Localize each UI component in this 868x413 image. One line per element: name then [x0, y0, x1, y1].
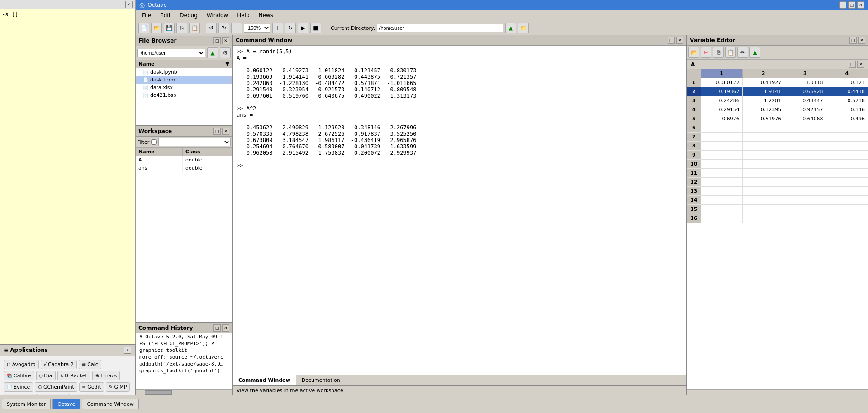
- history-hscroll[interactable]: [136, 389, 232, 395]
- path-select[interactable]: /home/user: [137, 49, 205, 57]
- ve-cell[interactable]: -0.41927: [742, 78, 784, 87]
- ve-cell[interactable]: [826, 178, 868, 187]
- file-item[interactable]: 📄dask.term: [136, 76, 232, 84]
- ve-cell[interactable]: [784, 187, 826, 196]
- history-item[interactable]: more off; source ~/.octaverc: [136, 354, 232, 361]
- ve-cell[interactable]: [826, 214, 868, 223]
- file-item[interactable]: 📄data.xlsx: [136, 84, 232, 91]
- ve-cell[interactable]: [826, 169, 868, 178]
- ve-cell[interactable]: [826, 123, 868, 133]
- ve-cell[interactable]: [784, 151, 826, 160]
- terminal-close-btn[interactable]: ✕: [125, 1, 133, 8]
- ve-row[interactable]: 16: [687, 214, 868, 223]
- ve-cell[interactable]: [701, 123, 742, 133]
- ve-cell[interactable]: [742, 205, 784, 214]
- cmd-window-float-btn[interactable]: □: [668, 37, 675, 44]
- ve-cell[interactable]: [701, 214, 742, 223]
- ve-cut-btn[interactable]: ✂: [701, 47, 711, 58]
- app-item-gchempaint[interactable]: ⬡GChemPaint: [35, 382, 77, 392]
- workspace-close-btn[interactable]: ✕: [222, 128, 229, 135]
- workspace-filter-select[interactable]: [158, 138, 231, 146]
- ve-open-btn[interactable]: 📂: [688, 47, 699, 58]
- ve-cell[interactable]: -0.19367: [701, 87, 742, 96]
- ve-cell[interactable]: -0.32395: [742, 105, 784, 114]
- app-item-emacs[interactable]: ⊕Emacs: [92, 371, 120, 380]
- ve-row[interactable]: 10: [687, 160, 868, 169]
- zoom-select[interactable]: 150%: [244, 24, 270, 33]
- ve-cell[interactable]: [784, 123, 826, 133]
- ve-cell[interactable]: [784, 133, 826, 142]
- history-item[interactable]: graphics_toolkit('gnuplot'): [136, 367, 232, 374]
- app-item-evince[interactable]: 📄Evince: [4, 382, 33, 392]
- ve-cell[interactable]: [701, 187, 742, 196]
- ve-cell[interactable]: -1.2281: [742, 96, 784, 105]
- menu-item-debug[interactable]: Debug: [175, 11, 202, 20]
- ve-cell[interactable]: [784, 214, 826, 223]
- ve-cell[interactable]: [701, 178, 742, 187]
- menu-item-file[interactable]: File: [138, 11, 156, 20]
- ve-paste-btn[interactable]: 📋: [725, 47, 736, 58]
- ve-row[interactable]: 5-0.6976-0.51976-0.64068-0.496: [687, 114, 868, 123]
- ve-cell[interactable]: [701, 133, 742, 142]
- workspace-float-btn[interactable]: □: [213, 128, 221, 135]
- zoom-out-btn[interactable]: –: [231, 23, 242, 33]
- ve-cell[interactable]: [742, 214, 784, 223]
- ve-cell[interactable]: 0.4438: [826, 87, 868, 96]
- fb-up-btn[interactable]: ▲: [207, 47, 218, 58]
- app-item-gimp[interactable]: ✎GIMP: [106, 382, 130, 392]
- ve-edit-btn[interactable]: ✏: [737, 47, 748, 58]
- file-item[interactable]: 📄dask.ipynb: [136, 68, 232, 76]
- ve-cell[interactable]: [784, 196, 826, 205]
- ve-hscroll[interactable]: [687, 389, 868, 395]
- ve-cell[interactable]: -0.48447: [784, 96, 826, 105]
- current-dir-input[interactable]: [377, 24, 503, 32]
- new-file-btn[interactable]: 📄: [138, 23, 149, 33]
- cmd-tab-command-window[interactable]: Command Window: [233, 375, 296, 385]
- octave-minimize-btn[interactable]: –: [839, 1, 846, 9]
- ve-cell[interactable]: [784, 160, 826, 169]
- ws-row[interactable]: ansdouble: [136, 164, 232, 172]
- ve-cell[interactable]: -0.146: [826, 105, 868, 114]
- ve-row[interactable]: 11: [687, 169, 868, 178]
- octave-maximize-btn[interactable]: □: [848, 1, 855, 9]
- ve-cell[interactable]: [701, 160, 742, 169]
- menu-item-help[interactable]: Help: [232, 11, 254, 20]
- ve-cell[interactable]: -0.51976: [742, 114, 784, 123]
- ve-cell[interactable]: [742, 196, 784, 205]
- ve-cell[interactable]: [784, 142, 826, 151]
- cmd-body[interactable]: >> A = randn(5,5) A = 0.060122 -0.419273…: [233, 46, 686, 375]
- ve-cell[interactable]: [742, 151, 784, 160]
- taskbar-item-system-monitor[interactable]: System Monitor: [2, 399, 51, 409]
- ve-cell[interactable]: -0.121: [826, 78, 868, 87]
- ve-cell[interactable]: [784, 178, 826, 187]
- ve-cell[interactable]: 0.92157: [784, 105, 826, 114]
- ve-row[interactable]: 8: [687, 142, 868, 151]
- ve-cell[interactable]: [826, 196, 868, 205]
- go-up-btn[interactable]: ▲: [505, 23, 516, 33]
- ve-cell[interactable]: 0.060122: [701, 78, 742, 87]
- taskbar-item-octave[interactable]: Octave: [52, 399, 80, 409]
- app-item-avogadro[interactable]: ⬡Avogadro: [4, 360, 39, 369]
- apps-close-btn[interactable]: ✕: [124, 347, 131, 354]
- cmd-history-close-btn[interactable]: ✕: [222, 324, 229, 332]
- file-item[interactable]: 📄do421.bsp: [136, 91, 232, 99]
- ve-cell[interactable]: 0.5718: [826, 96, 868, 105]
- ve-cell[interactable]: [826, 187, 868, 196]
- ve-cell[interactable]: [784, 205, 826, 214]
- ve-cell[interactable]: [742, 169, 784, 178]
- cmd-history-float-btn[interactable]: □: [213, 324, 221, 332]
- save-file-btn[interactable]: 💾: [164, 23, 175, 33]
- open-file-btn[interactable]: 📂: [151, 23, 162, 33]
- run-btn[interactable]: ▶: [298, 23, 308, 33]
- history-item[interactable]: addpath('/ext/sage/sage-8.9…: [136, 361, 232, 367]
- ve-float-btn[interactable]: □: [849, 37, 857, 44]
- ve-cell[interactable]: [742, 178, 784, 187]
- ve-cell[interactable]: [701, 142, 742, 151]
- ve-cell[interactable]: [701, 196, 742, 205]
- cmd-tab-documentation[interactable]: Documentation: [296, 375, 346, 385]
- paste-btn[interactable]: 📋: [189, 23, 200, 33]
- app-item-gedit[interactable]: ✏Gedit: [79, 382, 104, 392]
- app-item-drracket[interactable]: λDrRacket: [57, 371, 90, 380]
- ve-close-btn[interactable]: ✕: [858, 37, 865, 44]
- undo-btn[interactable]: ↺: [206, 23, 217, 33]
